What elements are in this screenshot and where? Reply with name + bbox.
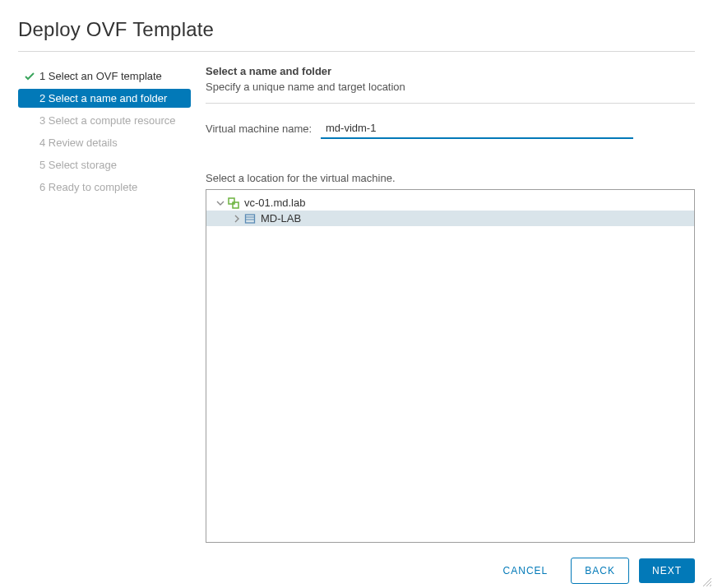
tree-node-datacenter[interactable]: MD-LAB <box>206 211 694 226</box>
step-5-select-storage[interactable]: 5 Select storage <box>18 155 191 174</box>
datacenter-icon <box>243 213 257 225</box>
step-1-select-ovf-template[interactable]: 1 Select an OVF template <box>18 67 191 86</box>
dialog-footer: CANCEL BACK NEXT <box>206 558 695 584</box>
divider <box>206 103 695 104</box>
resize-grip-icon[interactable] <box>701 576 711 586</box>
svg-rect-1 <box>233 202 238 208</box>
dialog-title: Deploy OVF Template <box>18 18 695 52</box>
back-button[interactable]: BACK <box>571 558 629 584</box>
svg-line-7 <box>710 585 711 586</box>
vm-name-row: Virtual machine name: <box>206 118 695 139</box>
check-icon <box>25 72 39 81</box>
section-subheading: Specify a unique name and target locatio… <box>206 81 695 93</box>
chevron-right-icon[interactable] <box>231 215 243 223</box>
step-6-ready-to-complete[interactable]: 6 Ready to complete <box>18 178 191 197</box>
next-button[interactable]: NEXT <box>639 558 695 583</box>
tree-node-label: MD-LAB <box>259 212 301 225</box>
step-label: 3 Select a compute resource <box>39 114 175 127</box>
vm-name-input[interactable] <box>321 118 633 139</box>
section-heading: Select a name and folder <box>206 65 695 77</box>
svg-rect-2 <box>246 215 255 223</box>
step-label: 1 Select an OVF template <box>39 70 162 82</box>
step-label: 5 Select storage <box>39 159 117 171</box>
tree-node-label: vc-01.md.lab <box>243 197 305 209</box>
step-4-review-details[interactable]: 4 Review details <box>18 133 191 152</box>
step-3-select-compute[interactable]: 3 Select a compute resource <box>18 111 191 130</box>
wizard-steps: 1 Select an OVF template 2 Select a name… <box>18 65 191 584</box>
step-label: 4 Review details <box>39 137 118 149</box>
tree-node-vcenter[interactable]: vc-01.md.lab <box>206 195 694 211</box>
step-2-select-name-folder[interactable]: 2 Select a name and folder <box>18 89 191 108</box>
svg-rect-0 <box>229 198 234 204</box>
chevron-down-icon[interactable] <box>215 199 226 207</box>
dialog-content: 1 Select an OVF template 2 Select a name… <box>18 65 695 584</box>
location-tree[interactable]: vc-01.md.lab MD-LAB <box>206 189 695 543</box>
vm-name-label: Virtual machine name: <box>206 123 321 135</box>
main-panel: Select a name and folder Specify a uniqu… <box>191 65 695 584</box>
step-label: 6 Ready to complete <box>39 181 137 193</box>
vcenter-icon <box>226 197 241 209</box>
location-label: Select a location for the virtual machin… <box>206 172 695 184</box>
cancel-button[interactable]: CANCEL <box>490 558 562 583</box>
step-label: 2 Select a name and folder <box>39 92 167 104</box>
